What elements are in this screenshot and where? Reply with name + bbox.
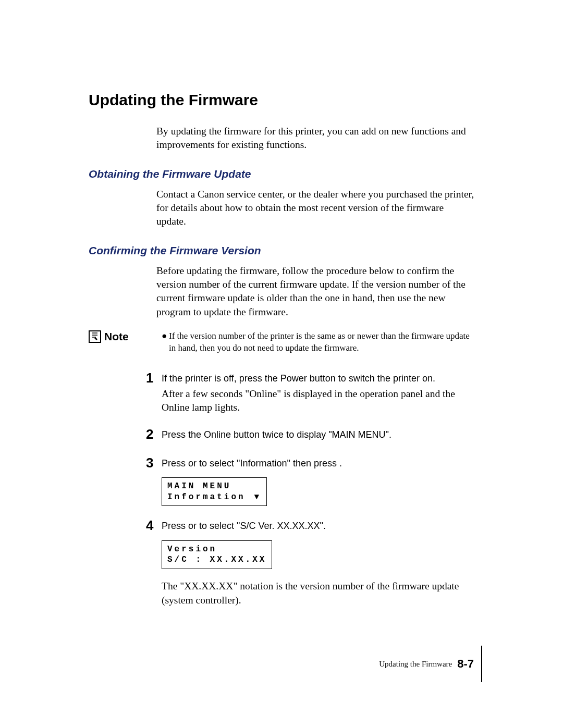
note-body: ● If the version number of the printer i… [162,330,474,354]
lcd-display: MAIN MENU Information ▼ [162,477,267,507]
note-label-text: Note [104,330,129,343]
bullet-dot: ● [162,330,169,354]
section-heading-obtaining: Obtaining the Firmware Update [89,168,474,180]
step-4: 4 Press or to select "S/C Ver. XX.XX.XX"… [146,520,474,607]
step-head: Press or to select "Information" then pr… [162,457,474,470]
lcd-display: Version S/C : XX.XX.XX [162,540,272,570]
section-body-confirming: Before updating the firmware, follow the… [156,264,474,319]
step-head: If the printer is off, press the Power b… [162,372,474,385]
page-title: Updating the Firmware [89,91,474,109]
section-body-obtaining: Contact a Canon service center, or the d… [156,188,474,229]
steps-list: 1 If the printer is off, press the Power… [146,372,474,607]
lcd-line-1: MAIN MENU [167,481,261,492]
step-text: The "XX.XX.XX" notation is the version n… [162,579,474,607]
lcd-line-2: S/C : XX.XX.XX [167,554,266,565]
note-icon [89,330,101,343]
step-3: 3 Press or to select "Information" then … [146,457,474,507]
step-number: 3 [146,456,162,470]
step-head: Press or to select "S/C Ver. XX.XX.XX". [162,520,474,533]
step-number: 1 [146,371,162,385]
step-number: 4 [146,519,162,532]
footer-page-number: 8-7 [457,657,474,671]
page-content: Updating the Firmware By updating the fi… [0,0,563,607]
step-number: 2 [146,427,162,441]
lcd-line-1: Version [167,544,266,555]
section-heading-confirming: Confirming the Firmware Version [89,244,474,257]
step-2: 2 Press the Online button twice to displ… [146,428,474,443]
step-head: Press the Online button twice to display… [162,428,474,441]
page-footer: Updating the Firmware 8-7 [379,646,482,682]
intro-paragraph: By updating the firmware for this printe… [156,125,474,152]
step-text: After a few seconds "Online" is displaye… [162,387,474,415]
note-text: If the version number of the printer is … [169,330,474,354]
step-1: 1 If the printer is off, press the Power… [146,372,474,415]
note-label: Note [89,330,162,343]
lcd-line-2: Information [167,492,246,503]
note-block: Note ● If the version number of the prin… [89,330,474,354]
down-arrow-icon: ▼ [254,492,261,503]
footer-text: Updating the Firmware [379,660,452,669]
